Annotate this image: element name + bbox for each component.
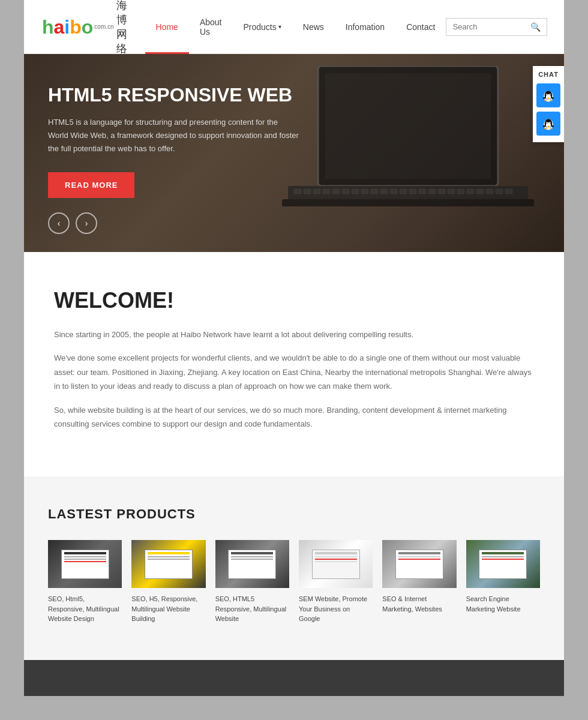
nav-news[interactable]: News — [292, 0, 335, 54]
product-thumb-3 — [215, 540, 289, 588]
svg-rect-16 — [409, 189, 416, 194]
svg-point-49 — [544, 128, 547, 129]
svg-rect-20 — [448, 189, 455, 194]
product-label-6: Search Engine Marketing Website — [466, 594, 540, 614]
svg-rect-8 — [332, 189, 340, 194]
chat-widget: CHAT — [533, 66, 564, 142]
svg-rect-18 — [428, 189, 436, 194]
main-nav: Home About Us Products News Infomation C… — [145, 0, 446, 54]
svg-point-44 — [547, 122, 547, 123]
svg-point-45 — [550, 122, 550, 123]
svg-rect-17 — [419, 189, 426, 194]
nav-about[interactable]: About Us — [189, 0, 233, 54]
product-thumb-5 — [382, 540, 456, 588]
product-thumb-1 — [48, 540, 122, 588]
logo[interactable]: haibo com.cn 海博网络 — [42, 0, 127, 56]
svg-point-33 — [550, 94, 550, 95]
products-section-title: LASTEST PRODUCTS — [48, 506, 540, 522]
nav-infomation[interactable]: Infomation — [335, 0, 395, 54]
hero-next-button[interactable]: › — [76, 212, 97, 234]
svg-rect-11 — [361, 189, 368, 194]
svg-point-46 — [547, 126, 550, 127]
svg-point-32 — [547, 94, 547, 95]
nav-home[interactable]: Home — [145, 0, 189, 54]
svg-point-37 — [544, 100, 547, 101]
chat-label: CHAT — [538, 71, 559, 78]
products-grid: SEO, Html5, Responsive, Multilingual Web… — [48, 540, 540, 624]
nav-contact[interactable]: Contact — [395, 0, 446, 54]
product-card-2[interactable]: SEO, H5, Responsive, Multilingual Websit… — [131, 540, 205, 624]
hero-content: HTML5 RESPONSIVE WEB HTML5 is a language… — [24, 54, 324, 252]
product-card-1[interactable]: SEO, Html5, Responsive, Multilingual Web… — [48, 540, 122, 624]
svg-rect-24 — [486, 189, 493, 194]
hero-prev-button[interactable]: ‹ — [48, 212, 70, 234]
search-box: 🔍 — [446, 18, 547, 36]
svg-point-34 — [547, 98, 550, 99]
hero-title: HTML5 RESPONSIVE WEB — [48, 84, 300, 106]
svg-rect-1 — [325, 73, 491, 179]
svg-rect-22 — [467, 189, 474, 194]
product-label-5: SEO & Internet Marketing, Websites — [382, 594, 456, 614]
logo-subdomain: com.cn — [94, 24, 113, 30]
svg-rect-23 — [476, 189, 484, 194]
product-thumb-6 — [466, 540, 540, 588]
hero-banner: HTML5 RESPONSIVE WEB HTML5 is a language… — [24, 54, 564, 252]
welcome-para3: So, while website building is at the hea… — [54, 403, 534, 431]
product-thumb-4 — [299, 540, 373, 588]
product-card-5[interactable]: SEO & Internet Marketing, Websites — [382, 540, 456, 624]
svg-rect-13 — [380, 189, 388, 194]
nav-products[interactable]: Products — [233, 0, 292, 54]
product-label-4: SEM Website, Promote Your Business on Go… — [299, 594, 373, 624]
product-card-3[interactable]: SEO, HTML5 Responsive, Multilingual Webs… — [215, 540, 289, 624]
svg-rect-10 — [352, 189, 359, 194]
product-card-6[interactable]: Search Engine Marketing Website — [466, 540, 540, 624]
svg-rect-9 — [342, 189, 349, 194]
svg-rect-14 — [390, 189, 397, 194]
hero-description: HTML5 is a language for structuring and … — [48, 116, 300, 155]
welcome-para1: Since starting in 2005, the people at Ha… — [54, 328, 534, 341]
welcome-section: WELCOME! Since starting in 2005, the peo… — [24, 252, 564, 476]
site-header: haibo com.cn 海博网络 Home About Us Products… — [24, 0, 564, 54]
qq-chat-icon-2[interactable] — [536, 112, 560, 136]
product-label-3: SEO, HTML5 Responsive, Multilingual Webs… — [215, 594, 289, 624]
qq-chat-icon-1[interactable] — [536, 83, 560, 107]
svg-rect-21 — [457, 189, 464, 194]
svg-rect-25 — [496, 189, 503, 194]
welcome-para2: We've done some excellent projects for w… — [54, 351, 534, 393]
logo-letters: haibo — [42, 17, 93, 37]
product-card-4[interactable]: SEM Website, Promote Your Business on Go… — [299, 540, 373, 624]
products-section: LASTEST PRODUCTS SEO, Html5, Responsive,… — [24, 476, 564, 660]
site-footer — [24, 660, 564, 696]
search-input[interactable] — [452, 22, 530, 31]
product-label-2: SEO, H5, Responsive, Multilingual Websit… — [131, 594, 205, 624]
hero-navigation: ‹ › — [48, 212, 300, 234]
welcome-title: WELCOME! — [54, 288, 534, 313]
search-icon[interactable]: 🔍 — [530, 22, 541, 32]
read-more-button[interactable]: READ MORE — [48, 172, 134, 198]
svg-rect-12 — [371, 189, 378, 194]
product-thumb-2 — [131, 540, 205, 588]
svg-rect-26 — [505, 189, 512, 194]
svg-point-38 — [550, 100, 553, 101]
product-label-1: SEO, Html5, Responsive, Multilingual Web… — [48, 594, 122, 624]
svg-rect-19 — [438, 189, 445, 194]
logo-chinese: 海博网络 — [116, 0, 127, 56]
svg-rect-15 — [400, 189, 407, 194]
svg-point-50 — [550, 128, 553, 129]
